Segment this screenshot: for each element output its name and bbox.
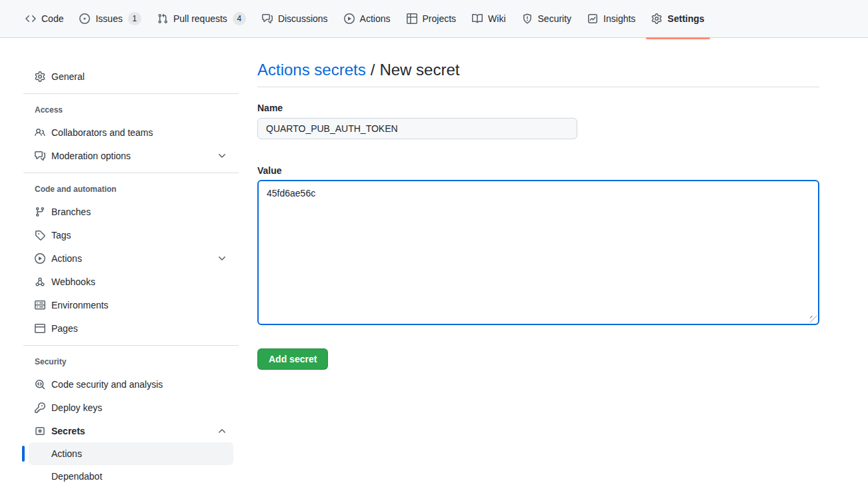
sidebar-label-code-security: Code security and analysis xyxy=(51,379,163,390)
sidebar-item-tags[interactable]: Tags xyxy=(23,223,239,247)
tab-security[interactable]: Security xyxy=(517,0,577,38)
sidebar-section-title-access: Access xyxy=(23,99,239,121)
comment-discussion-icon xyxy=(35,151,45,161)
secrets-asterisk-icon xyxy=(35,426,45,436)
tab-label-security: Security xyxy=(538,13,572,24)
tab-issues[interactable]: Issues1 xyxy=(74,0,146,38)
issue-opened-icon xyxy=(79,13,90,24)
people-icon xyxy=(35,127,45,138)
tab-label-actions: Actions xyxy=(360,13,391,24)
repo-tab-nav: Code Issues1 Pull requests4 Discussions … xyxy=(0,0,868,38)
project-table-icon xyxy=(407,13,417,24)
book-icon xyxy=(472,13,483,24)
settings-sidebar: General Access Collaborators and teams M… xyxy=(23,38,239,488)
breadcrumb-current: New secret xyxy=(379,61,459,79)
sidebar-item-webhooks[interactable]: Webhooks xyxy=(23,270,239,293)
new-secret-form: Actions secrets/New secret Name Value 45… xyxy=(257,38,819,370)
tab-actions[interactable]: Actions xyxy=(339,0,396,38)
pull-requests-count-badge: 4 xyxy=(233,12,246,25)
sidebar-item-secrets[interactable]: Secrets xyxy=(23,419,239,442)
tab-insights[interactable]: Insights xyxy=(582,0,641,38)
sidebar-label-moderation-options: Moderation options xyxy=(51,151,131,161)
sidebar-item-actions[interactable]: Actions xyxy=(23,247,239,270)
sidebar-subitem-secrets-dependabot[interactable]: Dependabot xyxy=(29,465,233,488)
server-icon xyxy=(35,300,45,310)
breadcrumb-separator: / xyxy=(371,61,375,79)
sidebar-item-deploy-keys[interactable]: Deploy keys xyxy=(23,396,239,419)
sidebar-label-deploy-keys: Deploy keys xyxy=(51,402,102,413)
sidebar-label-collaborators: Collaborators and teams xyxy=(51,127,153,138)
gear-icon xyxy=(651,13,662,24)
value-field-wrap: 45fd6ae56c xyxy=(257,180,819,325)
tab-label-code: Code xyxy=(41,13,63,24)
git-pull-request-icon xyxy=(157,13,168,24)
sidebar-item-environments[interactable]: Environments xyxy=(23,293,239,316)
issues-count-badge: 1 xyxy=(128,12,141,25)
sidebar-subitem-secrets-actions[interactable]: Actions xyxy=(29,442,233,465)
sidebar-label-general: General xyxy=(51,71,85,82)
shield-icon xyxy=(522,13,533,24)
secret-name-input[interactable] xyxy=(257,118,577,139)
key-icon xyxy=(35,402,45,413)
sidebar-section-title-security: Security xyxy=(23,351,239,372)
tab-label-pull-requests: Pull requests xyxy=(173,13,227,24)
sidebar-item-collaborators-and-teams[interactable]: Collaborators and teams xyxy=(23,121,239,144)
tab-label-issues: Issues xyxy=(95,13,122,24)
graph-icon xyxy=(587,13,598,24)
git-branch-icon xyxy=(35,207,45,217)
chevron-up-icon xyxy=(217,426,227,436)
sidebar-label-branches: Branches xyxy=(51,207,91,217)
browser-icon xyxy=(35,323,45,334)
sidebar-item-pages[interactable]: Pages xyxy=(23,316,239,340)
tab-pull-requests[interactable]: Pull requests4 xyxy=(152,0,251,38)
tab-projects[interactable]: Projects xyxy=(401,0,462,38)
sidebar-label-environments: Environments xyxy=(51,300,109,310)
tab-label-wiki: Wiki xyxy=(488,13,505,24)
sidebar-sublabel-actions: Actions xyxy=(51,448,82,459)
sidebar-item-moderation-options[interactable]: Moderation options xyxy=(23,144,239,167)
tab-wiki[interactable]: Wiki xyxy=(467,0,511,38)
code-icon xyxy=(25,13,36,24)
sidebar-label-secrets: Secrets xyxy=(51,426,85,436)
tab-label-discussions: Discussions xyxy=(278,13,328,24)
chevron-down-icon xyxy=(217,151,227,161)
sidebar-section-title-code-and-automation: Code and automation xyxy=(23,179,239,200)
add-secret-button[interactable]: Add secret xyxy=(257,348,328,370)
tab-label-settings: Settings xyxy=(667,13,704,24)
sidebar-sublabel-dependabot: Dependabot xyxy=(51,471,102,482)
actions-secrets-breadcrumb-link[interactable]: Actions secrets xyxy=(257,61,366,79)
name-field-label: Name xyxy=(257,103,819,113)
secret-value-textarea[interactable]: 45fd6ae56c xyxy=(257,180,819,325)
comment-discussion-icon xyxy=(262,13,273,24)
sidebar-divider xyxy=(23,345,239,346)
tab-label-insights: Insights xyxy=(603,13,635,24)
play-icon xyxy=(35,253,45,264)
sidebar-label-pages: Pages xyxy=(51,323,78,334)
tag-icon xyxy=(35,230,45,241)
tab-label-projects: Projects xyxy=(423,13,457,24)
sidebar-item-branches[interactable]: Branches xyxy=(23,200,239,223)
sidebar-item-code-security-and-analysis[interactable]: Code security and analysis xyxy=(23,372,239,396)
value-field-label: Value xyxy=(257,165,819,176)
sidebar-label-webhooks: Webhooks xyxy=(51,276,95,287)
chevron-down-icon xyxy=(217,253,227,264)
tab-code[interactable]: Code xyxy=(20,0,69,38)
codescan-icon xyxy=(35,379,45,390)
play-icon xyxy=(344,13,355,24)
sidebar-divider xyxy=(23,93,239,94)
gear-icon xyxy=(35,71,45,82)
sidebar-item-general[interactable]: General xyxy=(23,65,239,88)
sidebar-label-tags: Tags xyxy=(51,230,71,241)
webhook-icon xyxy=(35,276,45,287)
sidebar-divider xyxy=(23,173,239,173)
page-title: Actions secrets/New secret xyxy=(257,60,819,87)
sidebar-label-actions: Actions xyxy=(51,253,82,264)
tab-settings[interactable]: Settings xyxy=(646,0,709,38)
tab-discussions[interactable]: Discussions xyxy=(257,0,333,38)
